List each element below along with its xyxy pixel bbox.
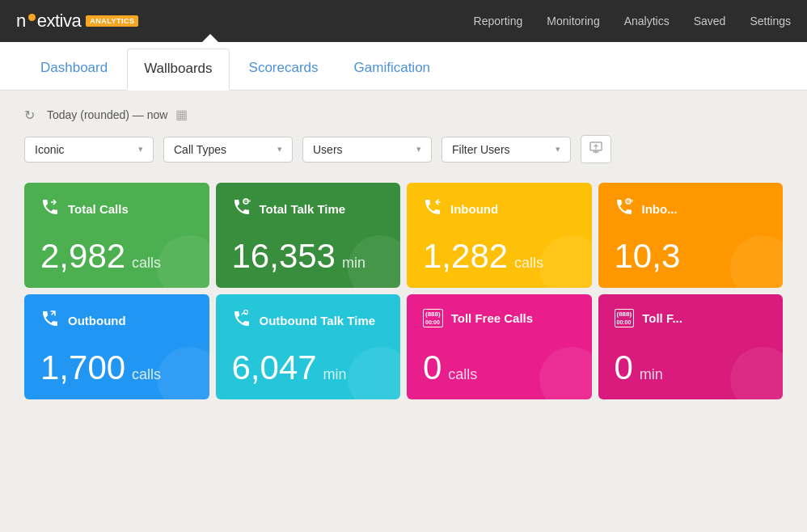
inbound-partial-value-row: 10,3 (615, 239, 767, 273)
brand-name: n (16, 11, 26, 32)
nav-monitoring[interactable]: Monitoring (547, 15, 599, 27)
metric-total-talk-time: 00:00 Total Talk Time 16,353 min (216, 183, 401, 288)
total-talk-unit: min (342, 255, 365, 272)
calltypes-arrow: ▾ (271, 144, 282, 154)
toll-free-partial-value: 0 (615, 351, 633, 385)
toll-free-partial-unit: min (640, 366, 663, 383)
outbound-talk-title: Outbound Talk Time (260, 314, 376, 327)
nav-settings[interactable]: Settings (750, 15, 791, 27)
users-label: Users (313, 143, 343, 156)
navbar: n extiva ANALYTICS Reporting Monitoring … (0, 0, 807, 42)
outbound-value: 1,700 (40, 351, 125, 385)
total-calls-title: Total Calls (68, 202, 129, 216)
tabs-container: Dashboard Wallboards Scorecards Gamifica… (0, 42, 807, 91)
outbound-value-row: 1,700 calls (40, 351, 193, 385)
metric-toll-free: (888) 00:00 Toll Free Calls 0 calls (407, 294, 592, 399)
brand-dot (28, 14, 36, 21)
metric-inbound: Inbound 1,282 calls (407, 183, 592, 288)
nextiva-logo: n extiva (16, 11, 81, 32)
inbound-partial-icon: 00:00 (615, 197, 634, 221)
outbound-icon (40, 309, 60, 332)
toll-free-partial-value-row: 0 min (615, 351, 767, 385)
svg-text:00:00: 00:00 (627, 200, 633, 203)
outbound-talk-value-row: 6,047 min (232, 351, 385, 385)
nav-reporting[interactable]: Reporting (474, 15, 523, 27)
date-range: now (147, 108, 168, 121)
metric-toll-free-partial: (888) 00:00 Toll F... 0 min (598, 294, 784, 399)
metric-toll-free-partial-header: (888) 00:00 Toll F... (615, 309, 767, 327)
date-label: Today (rounded) (47, 108, 129, 121)
iconic-arrow: ▾ (132, 144, 143, 154)
outbound-talk-icon (232, 309, 251, 332)
inbound-icon (423, 197, 442, 221)
toll-free-partial-icon: (888) 00:00 (615, 309, 635, 327)
tab-scorecards[interactable]: Scorecards (233, 49, 335, 90)
total-calls-value-row: 2,982 calls (40, 239, 193, 273)
total-calls-icon (40, 197, 60, 221)
metric-outbound-talk-header: Outbound Talk Time (232, 309, 385, 332)
inbound-title: Inbound (450, 202, 498, 216)
inbound-partial-title: Inbo... (642, 202, 678, 216)
total-talk-icon: 00:00 (232, 197, 251, 221)
total-calls-value: 2,982 (40, 239, 125, 273)
metrics-grid: Total Calls 2,982 calls 00:00 Total Talk… (24, 183, 783, 399)
brand-name-rest: extiva (37, 11, 81, 32)
tab-wallboards[interactable]: Wallboards (127, 49, 229, 91)
metric-toll-free-header: (888) 00:00 Toll Free Calls (423, 309, 576, 327)
total-talk-value: 16,353 (232, 239, 336, 273)
filter-users-dropdown[interactable]: Filter Users ▾ (442, 137, 571, 163)
refresh-icon[interactable]: ↻ (24, 108, 39, 122)
outbound-title: Outbound (68, 314, 126, 327)
users-dropdown[interactable]: Users ▾ (302, 137, 432, 163)
metric-inbound-partial-header: 00:00 Inbo... (615, 197, 767, 221)
svg-text:00:00: 00:00 (244, 200, 251, 203)
toll-free-title: Toll Free Calls (451, 311, 533, 325)
filters-row: Iconic ▾ Call Types ▾ Users ▾ Filter Use… (24, 135, 783, 163)
toll-free-unit: calls (448, 366, 477, 383)
inbound-value-row: 1,282 calls (423, 239, 576, 273)
toll-free-icon: (888) 00:00 (423, 309, 443, 327)
date-row: ↻ Today (rounded) — now ▦ (24, 107, 783, 122)
outbound-talk-value: 6,047 (232, 351, 317, 385)
outbound-unit: calls (132, 366, 161, 383)
metric-total-talk-header: 00:00 Total Talk Time (232, 197, 385, 221)
nav-analytics[interactable]: Analytics (624, 15, 670, 27)
total-talk-title: Total Talk Time (260, 202, 346, 216)
metric-total-calls: Total Calls 2,982 calls (24, 183, 209, 288)
toll-free-value: 0 (423, 351, 442, 385)
brand-area: n extiva ANALYTICS (16, 11, 138, 32)
total-calls-unit: calls (132, 255, 161, 272)
date-separator: — (133, 108, 147, 121)
inbound-value: 1,282 (423, 239, 508, 273)
metric-outbound-talk-time: Outbound Talk Time 6,047 min (216, 294, 401, 399)
calltypes-label: Call Types (174, 143, 226, 156)
export-button[interactable] (581, 135, 611, 163)
inbound-partial-value: 10,3 (615, 239, 681, 273)
tab-gamification[interactable]: Gamification (338, 49, 446, 90)
users-arrow: ▾ (410, 144, 421, 154)
outbound-talk-unit: min (323, 366, 347, 383)
date-text: Today (rounded) — now (47, 108, 167, 121)
iconic-label: Iconic (35, 143, 65, 156)
metric-total-calls-header: Total Calls (40, 197, 193, 221)
metric-inbound-partial: 00:00 Inbo... 10,3 (598, 183, 784, 288)
nav-saved[interactable]: Saved (694, 15, 726, 27)
toll-free-value-row: 0 calls (423, 351, 576, 385)
iconic-dropdown[interactable]: Iconic ▾ (24, 137, 154, 163)
calendar-icon[interactable]: ▦ (175, 107, 188, 122)
navbar-nav: Reporting Monitoring Analytics Saved Set… (474, 15, 791, 27)
inbound-unit: calls (514, 255, 543, 272)
filterusers-arrow: ▾ (549, 144, 560, 154)
toll-free-partial-title: Toll F... (642, 311, 682, 325)
metric-outbound-header: Outbound (40, 309, 193, 332)
tab-dashboard[interactable]: Dashboard (24, 49, 124, 90)
call-types-dropdown[interactable]: Call Types ▾ (163, 137, 293, 163)
filterusers-label: Filter Users (452, 143, 510, 156)
export-icon (589, 141, 602, 154)
analytics-badge: ANALYTICS (86, 15, 138, 27)
main-content: ↻ Today (rounded) — now ▦ Iconic ▾ Call … (0, 91, 807, 416)
metric-inbound-header: Inbound (423, 197, 576, 221)
metric-outbound: Outbound 1,700 calls (24, 294, 209, 399)
total-talk-value-row: 16,353 min (232, 239, 385, 273)
